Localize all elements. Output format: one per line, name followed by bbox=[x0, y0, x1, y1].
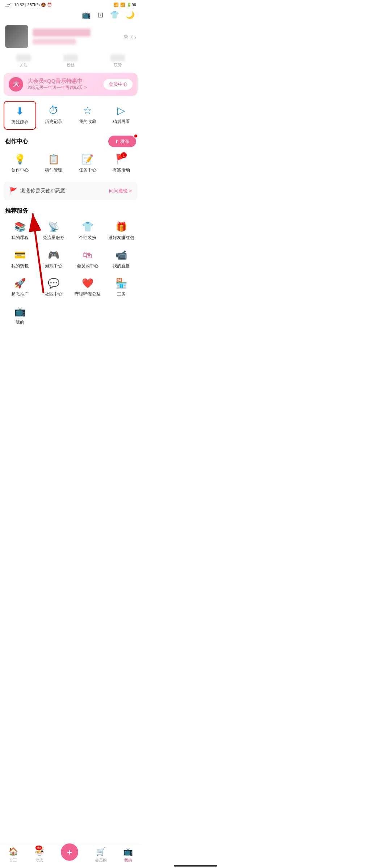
member-banner[interactable]: 大 大会员×QQ音乐特惠中 238元买一年送一年再赠93天 > 会员中心 bbox=[4, 73, 138, 96]
service-item-charity[interactable]: ❤️ 哔哩哔哩公益 bbox=[71, 274, 104, 301]
service-item-freeflow[interactable]: 📡 免流量服务 bbox=[38, 218, 70, 244]
quiz-link[interactable]: 问问魔镜 > bbox=[109, 188, 132, 194]
services-grid: 📚 我的课程 📡 免流量服务 👕 个性装扮 🎁 邀好友赚红包 💳 我的钱包 🎮 … bbox=[0, 218, 141, 329]
service-item-courses[interactable]: 📚 我的课程 bbox=[4, 218, 36, 244]
top-icons-row: 📺 ⊡ 👕 🌙 bbox=[0, 9, 141, 22]
stat-following[interactable]: 关注 bbox=[16, 55, 31, 68]
creation-item-center[interactable]: 💡 创作中心 bbox=[4, 150, 36, 177]
profile-section: 空间 › bbox=[0, 22, 141, 52]
bulb-icon: 💡 bbox=[14, 154, 26, 165]
service-item-wallet[interactable]: 💳 我的钱包 bbox=[4, 246, 36, 273]
quick-nav-grid: ⬇ 离线缓存 ⏱ 历史记录 ☆ 我的收藏 ▷ 稍后再看 bbox=[0, 101, 141, 133]
quick-label-watch-later: 稍后再看 bbox=[113, 119, 130, 125]
profile-sub-blurred bbox=[33, 39, 76, 44]
profile-info bbox=[33, 29, 136, 44]
member-big-icon: 大 bbox=[9, 77, 23, 92]
service-item-community[interactable]: 💬 社区中心 bbox=[38, 274, 70, 301]
quiz-banner[interactable]: 🚩 测测你是天使or恶魔 问问魔镜 > bbox=[4, 182, 138, 200]
service-item-promote[interactable]: 🚀 起飞推广 bbox=[4, 274, 36, 301]
wifi-icon: 📶 bbox=[120, 3, 125, 7]
creation-section-header: 创作中心 ⬆ 发布 bbox=[0, 133, 141, 150]
stat-followers[interactable]: 粉丝 bbox=[63, 55, 78, 68]
status-bar: 上午 10:52 | 257K/s 🔕 ⏰ 📶 📶 🔋96 bbox=[0, 0, 141, 9]
event-badge: 1 bbox=[121, 152, 127, 158]
quiz-left: 🚩 测测你是天使or恶魔 bbox=[9, 187, 65, 195]
service-item-workshop[interactable]: 🏪 工房 bbox=[105, 274, 138, 301]
profile-name-blurred bbox=[33, 29, 91, 37]
service-item-skin[interactable]: 👕 个性装扮 bbox=[71, 218, 104, 244]
quick-item-offline-cache[interactable]: ⬇ 离线缓存 bbox=[4, 101, 36, 130]
member-title: 大会员×QQ音乐特惠中 bbox=[28, 78, 99, 85]
star-icon: ☆ bbox=[83, 105, 92, 116]
tv-extra-icon: 📺 bbox=[14, 306, 26, 317]
publish-button[interactable]: ⬆ 发布 bbox=[108, 136, 136, 147]
service-item-games[interactable]: 🎮 游戏中心 bbox=[38, 246, 70, 273]
history-icon: ⏱ bbox=[49, 105, 59, 116]
quiz-flag-icon: 🚩 bbox=[9, 187, 17, 195]
creation-item-drafts[interactable]: 📋 稿件管理 bbox=[38, 150, 70, 177]
service-item-shop[interactable]: 🛍 会员购中心 bbox=[71, 246, 104, 273]
quick-item-watch-later[interactable]: ▷ 稍后再看 bbox=[105, 101, 138, 130]
community-icon: 💬 bbox=[48, 278, 59, 289]
publish-notification-dot bbox=[134, 135, 137, 137]
download-icon: ⬇ bbox=[16, 105, 24, 117]
freeflow-icon: 📡 bbox=[48, 221, 59, 233]
battery-icon: 🔋96 bbox=[127, 3, 136, 7]
quick-item-favorites[interactable]: ☆ 我的收藏 bbox=[71, 101, 104, 130]
night-mode-icon[interactable]: 🌙 bbox=[126, 10, 135, 19]
tv-icon[interactable]: 📺 bbox=[82, 10, 91, 19]
services-title: 推荐服务 bbox=[5, 207, 28, 215]
wallet-icon: 💳 bbox=[14, 250, 26, 261]
space-link[interactable]: 空间 › bbox=[123, 34, 136, 41]
stats-row: 关注 粉丝 获赞 bbox=[0, 52, 141, 73]
shop-icon: 🛍 bbox=[83, 250, 92, 261]
quick-label-favorites: 我的收藏 bbox=[79, 119, 96, 125]
workshop-icon: 🏪 bbox=[115, 278, 127, 289]
draft-icon: 📋 bbox=[48, 154, 59, 165]
avatar[interactable] bbox=[5, 25, 28, 48]
courses-icon: 📚 bbox=[14, 221, 26, 233]
signal-icon: 📶 bbox=[114, 3, 119, 7]
promote-icon: 🚀 bbox=[14, 278, 26, 289]
scan-icon[interactable]: ⊡ bbox=[97, 10, 104, 19]
chevron-right-icon: › bbox=[134, 34, 136, 40]
theme-icon[interactable]: 👕 bbox=[110, 10, 119, 19]
task-icon: 📝 bbox=[82, 154, 93, 165]
quick-item-history[interactable]: ⏱ 历史记录 bbox=[38, 101, 70, 130]
member-subtitle: 238元买一年送一年再赠93天 > bbox=[28, 85, 99, 91]
quiz-text: 测测你是天使or恶魔 bbox=[20, 188, 65, 194]
service-item-extra[interactable]: 📺 我的 bbox=[4, 302, 36, 329]
status-time-speed: 上午 10:52 | 257K/s 🔕 ⏰ bbox=[5, 2, 52, 8]
services-section-header: 推荐服务 bbox=[0, 205, 141, 218]
service-item-invite[interactable]: 🎁 邀好友赚红包 bbox=[105, 218, 138, 244]
status-right: 📶 📶 🔋96 bbox=[114, 3, 136, 7]
creation-title: 创作中心 bbox=[5, 138, 28, 145]
watch-later-icon: ▷ bbox=[117, 105, 125, 116]
game-icon: 🎮 bbox=[48, 250, 59, 261]
creation-item-tasks[interactable]: 📝 任务中心 bbox=[71, 150, 104, 177]
skin-icon: 👕 bbox=[82, 221, 93, 233]
invite-icon: 🎁 bbox=[115, 221, 127, 233]
live-icon: 📹 bbox=[115, 250, 127, 261]
upload-icon: ⬆ bbox=[115, 139, 119, 144]
service-item-live[interactable]: 📹 我的直播 bbox=[105, 246, 138, 273]
quick-label-history: 历史记录 bbox=[45, 119, 62, 125]
creation-grid: 💡 创作中心 📋 稿件管理 📝 任务中心 🚩 1 有奖活动 bbox=[0, 150, 141, 180]
creation-item-events[interactable]: 🚩 1 有奖活动 bbox=[105, 150, 138, 177]
quick-label-offline: 离线缓存 bbox=[11, 119, 29, 125]
member-center-button[interactable]: 会员中心 bbox=[104, 79, 133, 90]
stat-likes[interactable]: 获赞 bbox=[110, 55, 125, 68]
member-text: 大会员×QQ音乐特惠中 238元买一年送一年再赠93天 > bbox=[28, 78, 99, 91]
charity-icon: ❤️ bbox=[82, 278, 93, 289]
